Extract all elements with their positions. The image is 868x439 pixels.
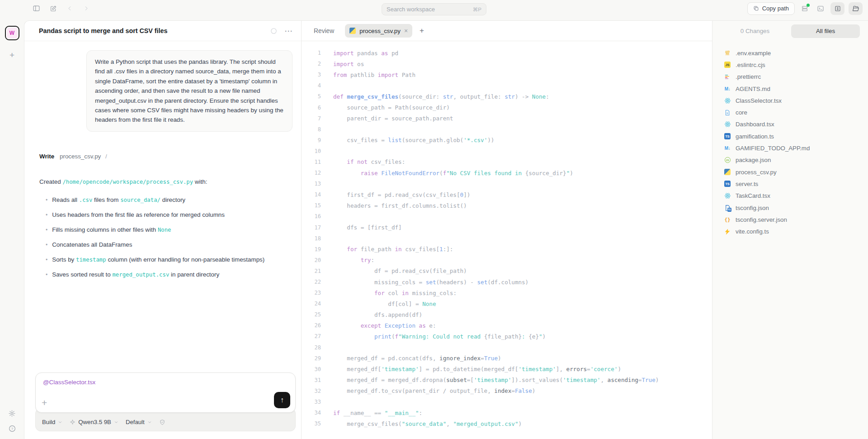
file-row[interactable]: M↓AGENTS.md [713, 83, 868, 95]
code-line[interactable]: 31 merged_df = merged_df.dropna(subset=[… [311, 375, 712, 386]
nav-forward-button[interactable] [83, 5, 90, 12]
send-button[interactable]: ↑ [274, 392, 290, 408]
files-panel-toggle-button[interactable] [849, 2, 863, 15]
code-line[interactable]: 9 csv_files = list(source_path.glob('*.c… [311, 135, 712, 146]
code-line[interactable]: 19 for file_path in csv_files[1:]: [311, 244, 712, 255]
bullet-dot: • [46, 270, 47, 279]
code-line[interactable]: 24 df[col] = None [311, 298, 712, 309]
chevron-down-icon [58, 420, 62, 425]
help-button[interactable]: ? [8, 425, 16, 433]
code-line[interactable]: 25 dfs.append(df) [311, 309, 712, 320]
permissions-button[interactable] [159, 419, 170, 425]
code-line[interactable]: 14 first_df = pd.read_csv(csv_files[0]) [311, 189, 712, 200]
code-line[interactable]: 27 print(f"Warning: Could not read {file… [311, 331, 712, 342]
code-line[interactable]: 12 raise FileNotFoundError(f"No CSV file… [311, 167, 712, 178]
file-row[interactable]: core [713, 106, 868, 118]
model-select[interactable]: Qwen3.5 9B [70, 419, 123, 425]
file-mention-chip[interactable]: @ClassSelector.tsx [43, 379, 95, 386]
add-workspace-button[interactable]: + [9, 50, 14, 60]
file-row[interactable]: JSpackage.json [713, 154, 868, 166]
tab-process-csv[interactable]: process_csv.py × [345, 24, 412, 38]
code-line[interactable]: 28 [311, 342, 712, 353]
code-line[interactable]: 29 merged_df = pd.concat(dfs, ignore_ind… [311, 353, 712, 364]
session-status-button[interactable] [270, 27, 278, 35]
workspace-avatar[interactable]: W [5, 26, 19, 40]
file-row[interactable]: .env.example [713, 47, 868, 59]
tab-all-files[interactable]: All files [791, 24, 860, 38]
search-input[interactable] [387, 6, 469, 13]
code-line[interactable]: 4 [311, 80, 712, 91]
file-row[interactable]: TSserver.ts [713, 178, 868, 190]
code-line[interactable]: 32 merged_df.to_csv(parent_dir / output_… [311, 386, 712, 396]
bullet-text: Uses headers from the first file as refe… [52, 210, 225, 220]
line-number: 4 [311, 82, 321, 89]
nav-back-button[interactable] [66, 5, 73, 12]
chat-messages: Write a Python script that uses the pand… [24, 41, 301, 279]
file-row[interactable]: process_csv.py [713, 166, 868, 178]
close-icon[interactable]: × [404, 28, 408, 34]
line-number: 35 [311, 420, 321, 427]
code-line[interactable]: 21 df = pd.read_csv(file_path) [311, 266, 712, 277]
code-line[interactable]: 33 [311, 396, 712, 407]
profile-select[interactable]: Default [126, 419, 156, 425]
shield-icon [159, 419, 165, 425]
code-line[interactable]: 17 dfs = [first_df] [311, 222, 712, 233]
code-line-text: raise FileNotFoundError(f"No CSV files f… [333, 170, 573, 177]
attach-button[interactable]: + [42, 397, 47, 408]
tool-call-row[interactable]: Write process_csv.py / [39, 153, 292, 160]
code-line[interactable]: 10 [311, 146, 712, 157]
file-row[interactable]: M↓GAMIFIED_TODO_APP.md [713, 142, 868, 154]
code-line[interactable]: 11 if not csv_files: [311, 157, 712, 167]
code-line[interactable]: 2import os [311, 58, 712, 69]
code-line[interactable]: 18 [311, 233, 712, 244]
chevron-down-icon [147, 420, 152, 425]
code-line[interactable]: 5def merge_csv_files(source_dir: str, ou… [311, 91, 712, 102]
line-number: 32 [311, 388, 321, 394]
code-line[interactable]: 3from pathlib import Path [311, 69, 712, 80]
message-input[interactable]: @ClassSelector.tsx + ↑ [35, 372, 296, 413]
settings-button[interactable] [8, 410, 16, 417]
file-row[interactable]: TSgamification.ts [713, 130, 868, 142]
code-line[interactable]: 26 except Exception as e: [311, 320, 712, 331]
code-line[interactable]: 7 parent_dir = source_path.parent [311, 113, 712, 124]
chevron-down-icon [114, 420, 118, 425]
line-number: 12 [311, 170, 321, 176]
code-line[interactable]: 22 missing_cols = set(headers) - set(df.… [311, 277, 712, 287]
diff-panel-toggle-button[interactable] [830, 2, 844, 15]
file-row[interactable]: {}tsconfig.server.json [713, 214, 868, 225]
code-line[interactable]: 8 [311, 124, 712, 135]
code-line[interactable]: 6 source_path = Path(source_dir) [311, 102, 712, 113]
sidebar-toggle-button[interactable] [33, 5, 40, 12]
file-row[interactable]: Dashboard.tsx [713, 119, 868, 130]
tab-changes[interactable]: 0 Changes [721, 24, 789, 38]
server-status-button[interactable] [799, 3, 811, 14]
file-row[interactable]: TStsconfig.json [713, 202, 868, 214]
code-editor[interactable]: 1import pandas as pd2import os3from path… [302, 41, 712, 429]
more-options-button[interactable]: ··· [285, 27, 293, 35]
file-row[interactable]: TaskCard.tsx [713, 190, 868, 202]
code-line[interactable]: 16 [311, 211, 712, 222]
code-line-text: csv_files = list(source_path.glob('*.csv… [333, 137, 494, 143]
workspace-search[interactable]: ⌘P [382, 3, 486, 15]
new-tab-button[interactable]: + [420, 26, 424, 35]
code-line[interactable]: 1import pandas as pd [311, 48, 712, 58]
line-number: 21 [311, 268, 321, 274]
file-row[interactable]: vite.config.ts [713, 225, 868, 237]
code-line[interactable]: 30 merged_df['timestamp'] = pd.to_dateti… [311, 364, 712, 375]
file-row[interactable]: ClassSelector.tsx [713, 95, 868, 106]
code-line[interactable]: 35 merge_csv_files("source_data", "merge… [311, 418, 712, 429]
code-line[interactable]: 20 try: [311, 255, 712, 266]
code-line[interactable]: 15 headers = first_df.columns.tolist() [311, 200, 712, 211]
ts-icon: TS [724, 133, 731, 140]
file-name: GAMIFIED_TODO_APP.md [736, 145, 810, 152]
new-session-button[interactable] [50, 5, 57, 12]
file-row[interactable]: .prettierrc [713, 71, 868, 83]
tab-review[interactable]: Review [310, 25, 338, 37]
code-line[interactable]: 13 [311, 178, 712, 189]
mode-select[interactable]: Build [42, 419, 66, 425]
terminal-button[interactable] [815, 3, 826, 14]
file-row[interactable]: JS.eslintrc.cjs [713, 59, 868, 71]
code-line[interactable]: 34if __name__ == "__main__": [311, 407, 712, 418]
code-line[interactable]: 23 for col in missing_cols: [311, 287, 712, 298]
copy-path-button[interactable]: Copy path [747, 2, 795, 15]
